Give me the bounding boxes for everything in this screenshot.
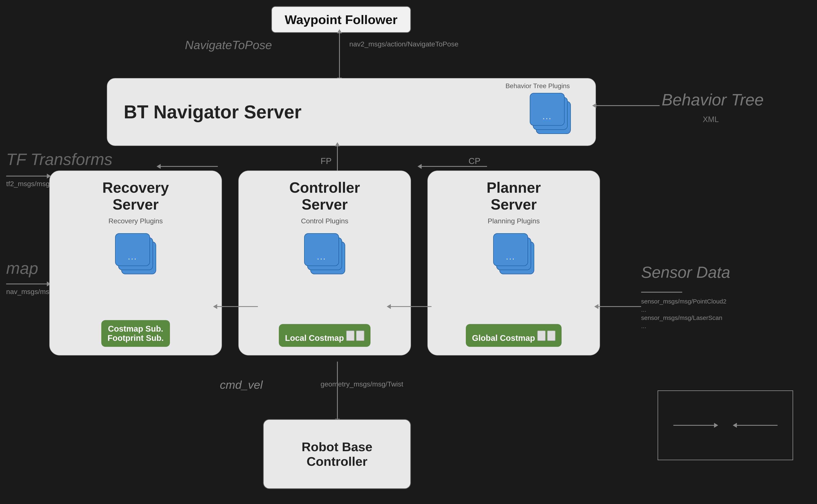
control-plugins-label: Control Plugins — [301, 217, 348, 225]
global-costmap-box: Global Costmap — [466, 324, 562, 347]
waypoint-follower-box: Waypoint Follower — [271, 6, 411, 33]
cp-label: CP — [469, 156, 480, 166]
plugin-dots: ... — [542, 112, 552, 121]
nav2-msgs-label: nav2_msgs/action/NavigateToPose — [349, 40, 458, 48]
sensor-msgs-1: sensor_msgs/msg/PointCloud2 — [641, 298, 726, 305]
robot-base-controller-box: Robot BaseController — [263, 419, 411, 489]
recovery-server-box: RecoveryServer Recovery Plugins ... Cost… — [49, 171, 222, 355]
sensor-msgs-3: sensor_msgs/msg/LaserScan — [641, 314, 722, 321]
fp-label: FP — [321, 156, 332, 166]
waypoint-title: Waypoint Follower — [285, 12, 398, 27]
arrow-bt-to-navigator — [596, 105, 660, 106]
local-costmap-label: Local Costmap — [285, 333, 344, 343]
diagram-container: Waypoint Follower NavigateToPose nav2_ms… — [0, 0, 817, 504]
sensor-data-label: Sensor Data — [641, 263, 730, 282]
bt-navigator-title: BT Navigator Server — [124, 101, 301, 123]
navigate-to-pose-label: NavigateToPose — [185, 38, 272, 52]
global-doc-page-1 — [537, 331, 546, 341]
planner-server-title: PlannerServer — [487, 179, 541, 213]
doc-page-2 — [356, 331, 364, 341]
behavior-tree-label: Behavior Tree — [662, 90, 764, 109]
recovery-costmap-label: Costmap Sub.Footprint Sub. — [107, 324, 164, 343]
doc-page-1 — [346, 331, 354, 341]
robot-base-title: Robot BaseController — [302, 439, 372, 469]
planning-plugins-label: Planning Plugins — [488, 217, 540, 225]
recovery-costmap-box: Costmap Sub.Footprint Sub. — [101, 320, 170, 347]
arrow-global-to-local — [390, 306, 432, 307]
global-costmap-doc-icon — [537, 331, 555, 341]
planner-server-box: PlannerServer Planning Plugins ... Globa… — [427, 171, 600, 355]
planner-plugin-stack: ... — [493, 233, 534, 278]
cmd-vel-label: cmd_vel — [220, 378, 263, 391]
recovery-server-title: RecoveryServer — [102, 179, 169, 213]
planner-dots: ... — [506, 252, 515, 261]
bt-plugin-stack: ... — [530, 93, 571, 138]
recovery-dots: ... — [128, 252, 137, 261]
global-doc-page-2 — [547, 331, 555, 341]
local-costmap-doc-icon — [346, 331, 364, 341]
legend-row-1 — [664, 425, 786, 426]
local-costmap-wrapper: Local Costmap — [279, 324, 370, 347]
global-costmap-wrapper: Global Costmap — [466, 324, 562, 347]
sensor-msgs-2: ... — [641, 306, 646, 313]
controller-plugin-front: ... — [304, 233, 339, 266]
plugin-card-front: ... — [530, 93, 565, 126]
arrow-bt-planner-head — [418, 164, 422, 169]
geometry-msgs-label: geometry_msgs/msg/Twist — [321, 380, 403, 388]
recovery-plugins-label: Recovery Plugins — [108, 217, 163, 225]
sensor-msgs-4: ... — [641, 323, 646, 330]
arrow-to-robot-base — [337, 362, 338, 419]
sensor-arrow — [641, 292, 682, 293]
tf-arrow — [6, 176, 47, 176]
bt-plugins-label: Behavior Tree Plugins — [505, 82, 570, 90]
tf-transforms-label: TF Transforms — [6, 150, 112, 169]
controller-plugin-stack: ... — [304, 233, 345, 278]
planner-plugin-front: ... — [493, 233, 528, 266]
controller-server-box: ControllerServer Control Plugins ... Loc… — [238, 171, 411, 355]
map-arrow — [6, 284, 47, 284]
map-label: map — [6, 259, 38, 278]
arrow-local-to-recovery — [217, 306, 258, 307]
arrow-bt-to-recovery — [160, 166, 218, 167]
global-costmap-label: Global Costmap — [472, 333, 535, 343]
servers-row: RecoveryServer Recovery Plugins ... Cost… — [49, 171, 602, 355]
controller-server-title: ControllerServer — [289, 179, 360, 213]
arrow-sensor-to-global — [598, 306, 641, 307]
arrow-waypoint-to-bt — [339, 33, 340, 78]
recovery-costmap-wrapper: Costmap Sub.Footprint Sub. — [101, 320, 170, 347]
legend-arrow-left — [736, 425, 778, 426]
xml-label: XML — [703, 115, 719, 124]
recovery-plugin-stack: ... — [115, 233, 156, 278]
local-costmap-box: Local Costmap — [279, 324, 370, 347]
legend-arrow-right — [673, 425, 714, 426]
controller-dots: ... — [317, 252, 326, 261]
legend-box — [658, 390, 793, 460]
arrow-bt-to-planner — [421, 166, 487, 167]
recovery-plugin-front: ... — [115, 233, 150, 266]
